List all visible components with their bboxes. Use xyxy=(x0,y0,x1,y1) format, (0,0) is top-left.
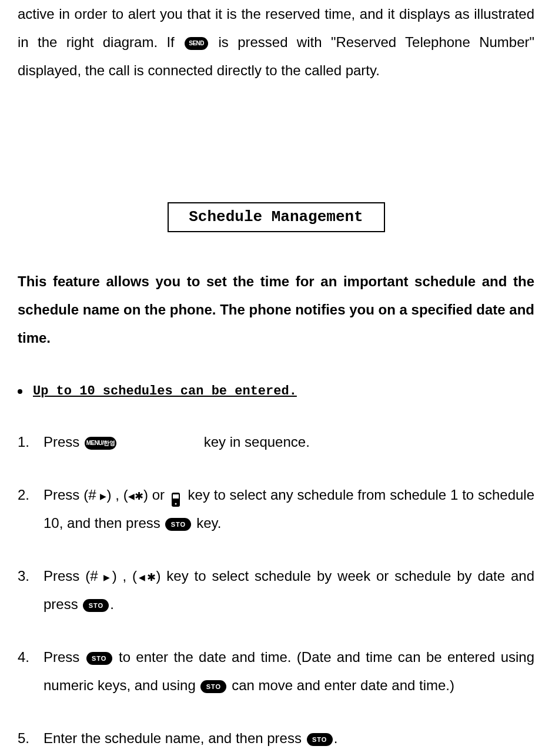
sto-icon: STO xyxy=(200,680,226,693)
triangle-right-icon: ▶ xyxy=(100,491,106,501)
step-2: Press (# ▶) , (◀✱) or key to select any … xyxy=(18,481,534,537)
menu-icon: MENU/한영 xyxy=(85,437,116,450)
step-3: Press (# ▶) , (◀✱) key to select schedul… xyxy=(18,562,534,618)
step4-text-a: Press xyxy=(44,649,85,665)
section-title: Schedule Management xyxy=(189,208,363,226)
intro-paragraph: active in order to alert you that it is … xyxy=(18,0,534,85)
bullet-note-text: Up to 10 schedules can be entered. xyxy=(33,379,297,404)
step-4: Press STO to enter the date and time. (D… xyxy=(18,643,534,700)
send-icon: SEND xyxy=(185,37,208,50)
step2-text-c: ) or xyxy=(143,487,169,503)
bullet-icon xyxy=(18,389,22,394)
step5-text-b: . xyxy=(334,730,338,746)
svg-point-2 xyxy=(175,503,176,504)
svg-rect-1 xyxy=(173,494,179,499)
sto-icon: STO xyxy=(86,652,112,665)
step3-text-a: Press (# xyxy=(44,568,103,584)
step1-text-b: key in sequence. xyxy=(200,434,310,450)
step2-text-a: Press (# xyxy=(44,487,100,503)
feature-description: This feature allows you to set the time … xyxy=(18,267,534,352)
step5-text-a: Enter the schedule name, and then press xyxy=(44,730,306,746)
step-5: Enter the schedule name, and then press … xyxy=(18,724,534,752)
step2-text-b: ) , ( xyxy=(106,487,128,503)
triangle-right-icon: ▶ xyxy=(103,573,112,582)
step4-text-c: can move and enter date and time.) xyxy=(228,677,454,693)
triangle-left-icon: ◀ xyxy=(137,573,147,582)
star-icon: ✱ xyxy=(147,571,156,583)
star-icon: ✱ xyxy=(135,490,143,502)
sto-icon: STO xyxy=(307,733,333,746)
phone-icon xyxy=(170,489,183,504)
bullet-note-line: Up to 10 schedules can be entered. xyxy=(18,379,534,404)
step2-text-e: key. xyxy=(192,515,221,531)
sto-icon: STO xyxy=(165,518,191,531)
sto-icon: STO xyxy=(83,599,109,612)
steps-list: Press MENU/한영 key in sequence. Press (# … xyxy=(18,428,534,752)
step1-text-a: Press xyxy=(44,434,83,450)
step3-text-b: ) , ( xyxy=(112,568,137,584)
step3-text-d: . xyxy=(110,596,114,612)
step-1: Press MENU/한영 key in sequence. xyxy=(18,428,534,456)
section-title-box: Schedule Management xyxy=(168,202,385,232)
triangle-left-icon: ◀ xyxy=(128,491,135,501)
